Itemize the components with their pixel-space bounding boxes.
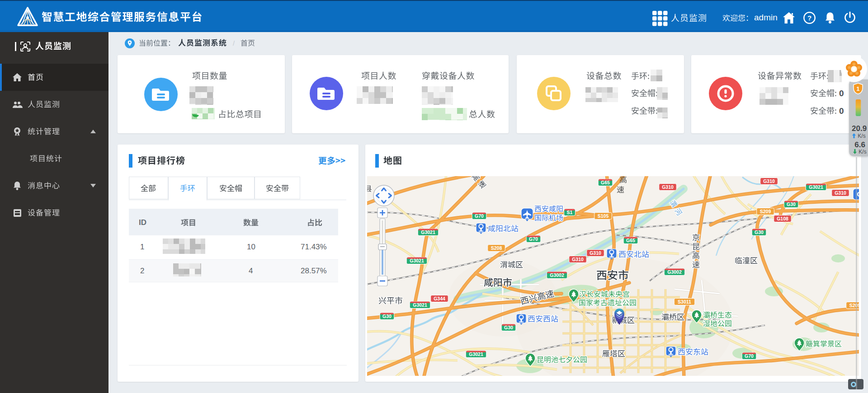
svg-text:G310: G310 — [590, 250, 601, 256]
svg-text:G65: G65 — [626, 238, 635, 243]
svg-text:G3021: G3021 — [809, 184, 823, 190]
svg-text:G108: G108 — [777, 216, 788, 221]
svg-text:G65: G65 — [601, 180, 610, 185]
svg-text:1: 1 — [857, 86, 860, 92]
svg-text:G70: G70 — [475, 213, 484, 219]
svg-text:G70: G70 — [745, 353, 754, 359]
svg-text:G3021: G3021 — [413, 302, 427, 308]
svg-text:G30: G30 — [787, 201, 796, 207]
svg-text:S208: S208 — [491, 245, 502, 251]
svg-text:G310: G310 — [835, 190, 846, 196]
svg-text:G3002: G3002 — [550, 272, 564, 278]
svg-text:G70: G70 — [529, 236, 538, 242]
svg-text:S209: S209 — [760, 209, 771, 214]
svg-text:G310: G310 — [763, 178, 775, 184]
svg-text:G3021: G3021 — [421, 229, 435, 235]
svg-text:G310: G310 — [572, 257, 584, 262]
svg-text:G344: G344 — [434, 296, 445, 301]
svg-text:G3021: G3021 — [469, 351, 483, 357]
svg-text:G30: G30 — [382, 313, 392, 319]
svg-text:G30: G30 — [755, 229, 764, 235]
svg-text:S209: S209 — [849, 303, 859, 308]
svg-text:S1: S1 — [567, 210, 573, 215]
svg-text:G310: G310 — [662, 184, 674, 190]
svg-text:G3021: G3021 — [410, 258, 424, 263]
svg-text:S3011: S3011 — [678, 299, 691, 304]
svg-text:G3002: G3002 — [667, 269, 682, 275]
svg-text:S105: S105 — [598, 213, 609, 219]
svg-text:G30: G30 — [504, 325, 513, 330]
svg-text:?: ? — [807, 14, 811, 22]
